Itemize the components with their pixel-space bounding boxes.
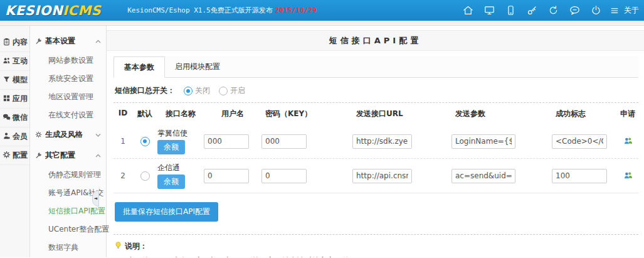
table-row: 1 掌翼信使 余额 <box>113 124 638 159</box>
home-icon[interactable] <box>459 3 477 19</box>
col-header-default: 默认 <box>132 109 157 119</box>
chevron-down-icon <box>95 133 101 137</box>
primary-sidebar: 内容 互动 模型 应用 微信 会员 配置 <box>0 26 30 257</box>
interface-name: 掌翼信使 <box>157 129 187 137</box>
sidebar-item-label: 配置 <box>13 150 28 161</box>
sidebar-item-label: 会员 <box>13 131 28 142</box>
sidebar-item-label: 应用 <box>13 94 28 104</box>
username-input[interactable] <box>204 169 249 183</box>
apps-icon <box>3 94 11 104</box>
instructions-note: 说明： 1、上面接口的用户名及密码(Key)需要到第三方网站申请后填入方可使用。… <box>113 234 638 257</box>
success-flag-input[interactable] <box>552 169 607 183</box>
submenu-group-basic-settings[interactable]: 基本设置 <box>30 31 106 51</box>
sidebar-item-content[interactable]: 内容 <box>0 33 29 52</box>
send-params-input[interactable] <box>451 169 515 183</box>
topbar-shadow-strip <box>0 21 644 26</box>
username-input[interactable] <box>204 134 249 149</box>
sidebar-item-wechat[interactable]: 微信 <box>0 109 29 127</box>
menu-icon[interactable] <box>608 3 621 19</box>
apply-users-icon[interactable] <box>618 137 638 146</box>
radio-off[interactable] <box>184 87 193 95</box>
interface-name: 企信通 <box>157 163 180 172</box>
logo-secondary: ICMS <box>63 3 101 18</box>
row-id: 1 <box>113 137 132 146</box>
release-text: KesionCMS/Eshop X1.5免费正式版开源发布 <box>127 6 272 14</box>
balance-button[interactable]: 余额 <box>157 140 185 154</box>
topbar-icons: 关于 <box>459 3 644 19</box>
interact-icon <box>3 56 11 67</box>
wrench-icon <box>35 38 42 45</box>
submenu-item-ucenter[interactable]: UCenter整合配置 <box>30 220 106 239</box>
sidebar-item-interact[interactable]: 互动 <box>0 52 29 71</box>
send-params-input[interactable] <box>451 134 515 149</box>
wechat-icon <box>3 113 11 123</box>
sidebar-item-model[interactable]: 模型 <box>0 71 29 90</box>
app-logo[interactable]: KESIONICMS <box>0 3 108 18</box>
sms-master-switch-row: 短信接口总开关： 关闭 开启 <box>113 78 638 102</box>
batch-save-button[interactable]: 批量保存短信接口API配置 <box>115 202 218 222</box>
config-icon <box>3 151 11 161</box>
col-header-password: 密码（KEY） <box>261 109 352 119</box>
sms-switch-label: 短信接口总开关： <box>115 85 175 96</box>
send-url-input[interactable] <box>352 134 412 149</box>
release-announcement: KesionCMS/Eshop X1.5免费正式版开源发布2015/10/29 <box>127 6 317 15</box>
key-icon[interactable] <box>523 3 541 19</box>
submenu-item-online-payment[interactable]: 在线支付设置 <box>30 106 106 124</box>
radio-on[interactable] <box>219 87 228 95</box>
submenu-item-system-security[interactable]: 系统安全设置 <box>30 70 106 88</box>
chevron-up-icon <box>95 154 101 158</box>
sidebar-item-label: 内容 <box>13 37 28 48</box>
col-header-success-flag: 成功标志 <box>552 109 618 119</box>
mobile-icon[interactable] <box>502 3 519 19</box>
submenu-item-region-settings[interactable]: 地区设置管理 <box>30 88 106 106</box>
tab-bar: 基本参数 启用模块配置 <box>113 56 638 78</box>
success-flag-input[interactable] <box>552 134 607 149</box>
note-line: 1、上面接口的用户名及密码(Key)需要到第三方网站申请后填入方可使用。 <box>115 255 638 257</box>
sidebar-item-config[interactable]: 配置 <box>0 146 29 165</box>
radio-off-label: 关闭 <box>195 85 210 96</box>
default-radio[interactable] <box>140 137 150 146</box>
submenu-group-other-config[interactable]: 其它配置 <box>30 145 106 166</box>
refresh-icon[interactable] <box>544 3 562 19</box>
sidebar-item-member[interactable]: 会员 <box>0 127 29 146</box>
logo-primary: KESION <box>5 3 63 18</box>
sidebar-item-apps[interactable]: 应用 <box>0 90 29 109</box>
send-url-input[interactable] <box>352 169 412 183</box>
col-header-username: 用户名 <box>204 109 261 119</box>
sidebar-item-label: 互动 <box>13 56 28 67</box>
sidebar-collapse-handle[interactable]: ◄ <box>92 190 99 207</box>
sidebar-item-label: 微信 <box>13 112 28 123</box>
default-radio[interactable] <box>140 171 150 181</box>
switch-option-on[interactable]: 开启 <box>219 85 245 96</box>
submenu-group-label: 其它配置 <box>45 150 75 161</box>
submenu-group-generate-style[interactable]: 生成及风格 <box>30 124 106 145</box>
password-input[interactable] <box>261 134 307 149</box>
model-icon <box>3 75 11 85</box>
tab-module-config[interactable]: 启用模块配置 <box>165 56 230 78</box>
submenu-group-label: 基本设置 <box>45 36 75 46</box>
submenu-item-site-params[interactable]: 网站参数设置 <box>30 51 106 70</box>
col-header-id: ID <box>113 109 132 119</box>
about-label: 关于 <box>624 5 639 16</box>
col-header-send-params: 发送参数 <box>451 109 552 119</box>
chat-icon[interactable] <box>566 3 583 19</box>
col-header-send-url: 发送接口URL <box>352 109 451 119</box>
col-header-name: 接口名称 <box>157 109 204 119</box>
power-icon[interactable] <box>587 3 604 19</box>
col-header-apply: 申请 <box>618 109 638 119</box>
monitor-icon[interactable] <box>480 3 498 19</box>
api-table-header: ID 默认 接口名称 用户名 密码（KEY） 发送接口URL 发送参数 成功标志… <box>113 102 638 124</box>
tab-basic-params[interactable]: 基本参数 <box>113 56 165 78</box>
radio-on-label: 开启 <box>230 85 245 96</box>
table-row: 2 企信通 余额 <box>113 159 638 193</box>
switch-option-off[interactable]: 关闭 <box>184 85 210 96</box>
submenu-group-label: 生成及风格 <box>45 129 83 140</box>
apply-users-icon[interactable] <box>618 171 638 180</box>
about-menu[interactable]: 关于 <box>608 3 639 19</box>
content-icon <box>3 38 11 48</box>
submenu-item-pseudo-static[interactable]: 伪静态规则管理 <box>30 166 106 184</box>
balance-button[interactable]: 余额 <box>157 175 185 189</box>
member-icon <box>3 132 11 142</box>
submenu-item-data-dictionary[interactable]: 数据字典 <box>30 239 106 257</box>
password-input[interactable] <box>261 169 307 183</box>
